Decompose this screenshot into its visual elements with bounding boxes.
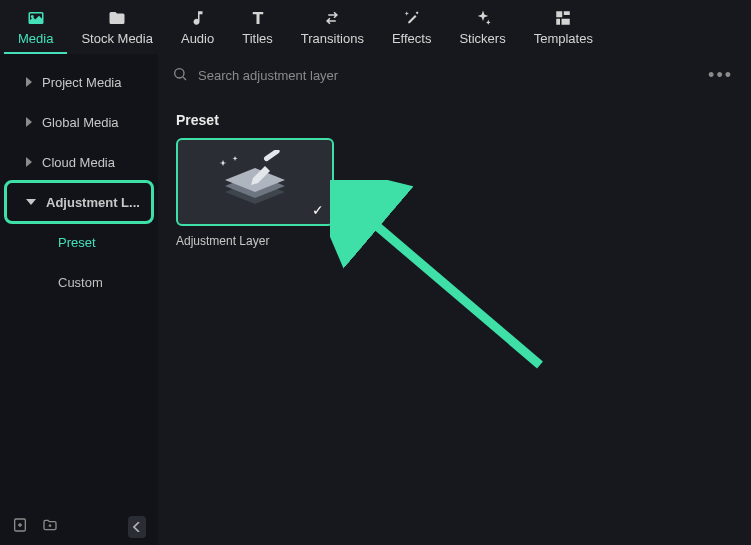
tab-stickers[interactable]: Stickers [445,0,519,54]
wand-icon [403,7,421,29]
sidebar-footer [0,509,158,545]
search-input[interactable] [198,68,694,83]
tab-label: Stickers [459,31,505,46]
content-panel: ••• Preset [158,54,751,545]
folder-icon [107,7,127,29]
tab-label: Media [18,31,53,46]
tab-label: Stock Media [81,31,153,46]
adjustment-layer-icon [205,150,305,214]
tab-titles[interactable]: Titles [228,0,287,54]
search-icon [172,66,188,86]
section-title: Preset [158,98,751,138]
tab-label: Transitions [301,31,364,46]
sparkle-icon [474,7,492,29]
svg-rect-2 [263,150,281,162]
more-options-button[interactable]: ••• [704,65,737,86]
preset-thumbnail[interactable]: ✓ [176,138,334,226]
media-sidebar: Project Media Global Media Cloud Media A… [0,54,158,545]
top-tab-bar: Media Stock Media Audio Titles Transitio… [0,0,751,54]
main-frame: Project Media Global Media Cloud Media A… [0,54,751,545]
sidebar-item-cloud-media[interactable]: Cloud Media [6,142,152,182]
sidebar-item-adjustment-layer[interactable]: Adjustment L... [6,182,152,222]
sidebar-sub-label: Preset [58,235,96,250]
preset-grid: ✓ Adjustment Layer [158,138,751,248]
tab-label: Audio [181,31,214,46]
chevron-right-icon [26,117,32,127]
chevron-right-icon [26,157,32,167]
sidebar-sub-preset[interactable]: Preset [0,222,158,262]
sidebar-item-label: Adjustment L... [46,195,140,210]
sidebar-sub-label: Custom [58,275,103,290]
check-icon: ✓ [312,202,324,218]
sidebar-item-label: Global Media [42,115,119,130]
grid-icon [554,7,572,29]
sidebar-sub-custom[interactable]: Custom [0,262,158,302]
tab-label: Effects [392,31,432,46]
new-folder-icon[interactable] [42,517,58,537]
search-bar: ••• [158,54,751,98]
svg-point-1 [175,68,184,77]
sidebar-item-project-media[interactable]: Project Media [6,62,152,102]
chevron-down-icon [26,199,36,205]
sidebar-item-label: Project Media [42,75,121,90]
tab-label: Titles [242,31,273,46]
preset-thumbnail-label: Adjustment Layer [176,226,334,248]
music-icon [189,7,207,29]
collapse-sidebar-button[interactable] [128,516,146,538]
preset-item-adjustment-layer: ✓ Adjustment Layer [176,138,334,248]
swap-icon [322,7,342,29]
tab-stock-media[interactable]: Stock Media [67,0,167,54]
tab-transitions[interactable]: Transitions [287,0,378,54]
tab-effects[interactable]: Effects [378,0,446,54]
text-icon [249,7,267,29]
tab-audio[interactable]: Audio [167,0,228,54]
tab-media[interactable]: Media [4,0,67,54]
sidebar-item-label: Cloud Media [42,155,115,170]
tab-templates[interactable]: Templates [520,0,607,54]
tab-label: Templates [534,31,593,46]
new-file-icon[interactable] [12,517,28,537]
image-icon [26,7,46,29]
chevron-right-icon [26,77,32,87]
sidebar-item-global-media[interactable]: Global Media [6,102,152,142]
